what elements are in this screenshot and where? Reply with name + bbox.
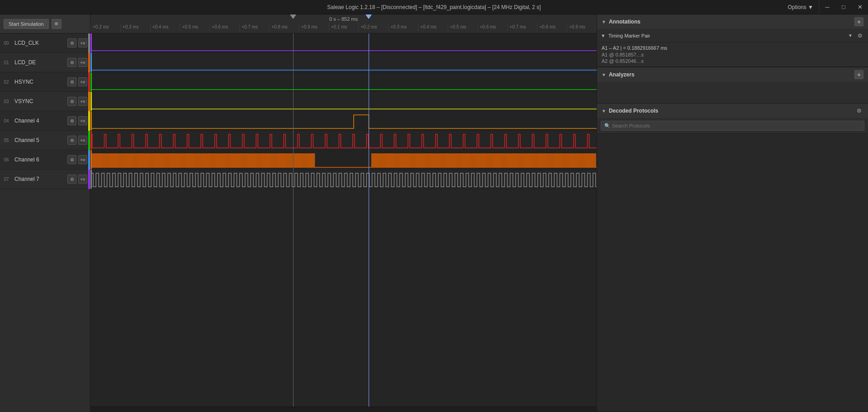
waveform-row-07 <box>90 33 597 53</box>
waveform-svg-02 <box>90 131 597 150</box>
channel-add-icon[interactable]: +≡ <box>78 77 87 86</box>
channel-row-03: 03 VSYNC ⚙ +≡ <box>0 92 90 111</box>
channel-num: 01 <box>0 60 13 65</box>
waveform-rows <box>90 33 597 407</box>
waveform-svg-07 <box>90 33 597 53</box>
channel-settings-icon[interactable]: ⚙ <box>67 58 76 67</box>
channel-add-icon[interactable]: +≡ <box>78 175 87 184</box>
channel-name: Channel 6 <box>13 156 67 163</box>
time-tick: +0.5 ms <box>448 23 478 31</box>
channel-controls: ⚙ +≡ <box>67 58 90 67</box>
vertical-marker-a2 <box>369 33 369 407</box>
channel-add-icon[interactable]: +≡ <box>78 155 87 164</box>
waveform-row-03 <box>90 111 597 131</box>
channel-row-04: 04 Channel 4 ⚙ +≡ <box>0 111 90 131</box>
channel-settings-icon[interactable]: ⚙ <box>67 175 76 184</box>
time-tick: +0.6 ms <box>209 23 239 31</box>
search-box-row: 🔍 <box>597 118 868 134</box>
search-protocols-input[interactable] <box>601 121 864 131</box>
channel-controls: ⚙ +≡ <box>67 155 90 164</box>
channel-color-bar <box>88 170 90 189</box>
waveform-svg-05 <box>90 72 597 92</box>
svg-rect-4 <box>90 111 92 131</box>
search-icon: 🔍 <box>604 123 611 129</box>
filter-icon: ▼ <box>601 33 606 38</box>
time-tick: +0.3 ms <box>120 23 150 31</box>
channel-settings-icon[interactable]: ⚙ <box>67 38 76 47</box>
time-tick: +0.2 ms <box>358 23 388 31</box>
marker-a2-triangle[interactable] <box>365 14 372 19</box>
time-tick: +0.2 ms <box>90 23 120 31</box>
channel-settings-icon[interactable]: ⚙ <box>67 97 76 106</box>
timing-marker-label: Timing Marker Pair <box>608 33 845 38</box>
svg-rect-7 <box>90 170 92 189</box>
decoded-collapse-arrow[interactable]: ▼ <box>602 109 606 114</box>
sim-expand-button[interactable]: ≡ <box>52 19 62 29</box>
minimize-button[interactable]: ─ <box>819 0 835 14</box>
svg-rect-1 <box>90 53 92 72</box>
options-button[interactable]: Options ▼ <box>782 0 819 14</box>
svg-rect-2 <box>90 72 92 92</box>
channel-add-icon[interactable]: +≡ <box>78 58 87 67</box>
channel-color-bar <box>88 92 90 111</box>
decoded-protocols-title: Decoded Protocols <box>609 108 852 114</box>
channel-color-bar <box>88 72 90 92</box>
channel-color-bar <box>88 131 90 150</box>
timing-dropdown-arrow[interactable]: ▼ <box>848 33 853 38</box>
decoded-protocols-header: ▼ Decoded Protocols ⚙ <box>597 104 868 118</box>
svg-rect-6 <box>90 150 92 170</box>
timing-gear-button[interactable]: ⚙ <box>855 31 864 40</box>
channel-num: 00 <box>0 41 13 46</box>
time-tick: +0.1 ms <box>329 23 359 31</box>
window-controls: Options ▼ ─ □ ✕ <box>782 0 868 14</box>
channel-controls: ⚙ +≡ <box>67 77 90 86</box>
annotations-add-button[interactable]: + <box>854 17 863 26</box>
waveform-row-02 <box>90 131 597 150</box>
maximize-button[interactable]: □ <box>835 0 852 14</box>
channel-row-05: 05 Channel 5 ⚙ +≡ <box>0 131 90 150</box>
scroll-area[interactable] <box>90 407 597 412</box>
channel-settings-icon[interactable]: ⚙ <box>67 136 76 145</box>
vertical-marker-a1 <box>293 33 294 407</box>
time-center-label: 0 s – 852 ms <box>329 16 358 22</box>
channel-controls: ⚙ +≡ <box>67 116 90 125</box>
timing-marker-row: ▼ Timing Marker Pair ▼ ⚙ <box>597 29 868 43</box>
channel-name: Channel 4 <box>13 118 67 124</box>
channel-add-icon[interactable]: +≡ <box>78 116 87 125</box>
channel-controls: ⚙ +≡ <box>67 175 90 184</box>
channel-color-bar <box>88 150 90 170</box>
svg-rect-3 <box>90 92 92 111</box>
annotations-collapse-arrow[interactable]: ▼ <box>602 19 606 24</box>
decoded-content <box>597 134 868 412</box>
analyzers-collapse-arrow[interactable]: ▼ <box>602 72 606 77</box>
channel-controls: ⚙ +≡ <box>67 97 90 106</box>
annotations-header: ▼ Annotations + <box>597 14 868 29</box>
channel-add-icon[interactable]: +≡ <box>78 38 87 47</box>
decoded-gear-button[interactable]: ⚙ <box>854 106 863 115</box>
waveform-area: 0 s – 852 ms +0.2 ms+0.3 ms+0.4 ms+0.5 m… <box>90 14 597 412</box>
annotations-title: Annotations <box>609 19 852 25</box>
waveform-row-04 <box>90 92 597 111</box>
time-ruler: 0 s – 852 ms +0.2 ms+0.3 ms+0.4 ms+0.5 m… <box>90 14 597 33</box>
close-button[interactable]: ✕ <box>852 0 868 14</box>
time-tick: +0.8 ms <box>537 23 567 31</box>
marker-a1-triangle[interactable] <box>290 14 296 19</box>
channel-settings-icon[interactable]: ⚙ <box>67 155 76 164</box>
channel-add-icon[interactable]: +≡ <box>78 136 87 145</box>
channel-add-icon[interactable]: +≡ <box>78 97 87 106</box>
channel-settings-icon[interactable]: ⚙ <box>67 77 76 86</box>
analyzers-section: ▼ Analyzers + <box>597 67 868 104</box>
channel-settings-icon[interactable]: ⚙ <box>67 116 76 125</box>
analyzers-add-button[interactable]: + <box>854 70 863 79</box>
annotations-section: ▼ Annotations + ▼ Timing Marker Pair ▼ ⚙… <box>597 14 868 67</box>
timing-diff: A1 – A2 | = 0.1882916667 ms <box>602 45 863 51</box>
waveform-svg-00 <box>90 170 597 189</box>
channel-color-bar <box>88 53 90 72</box>
time-tick: +0.4 ms <box>150 23 180 31</box>
time-tick: +0.5 ms <box>180 23 209 31</box>
analyzers-header: ▼ Analyzers + <box>597 67 868 82</box>
time-tick: +0.6 ms <box>478 23 508 31</box>
channel-num: 02 <box>0 80 13 85</box>
start-simulation-button[interactable]: Start Simulation <box>4 19 49 29</box>
time-tick: +0.4 ms <box>418 23 448 31</box>
